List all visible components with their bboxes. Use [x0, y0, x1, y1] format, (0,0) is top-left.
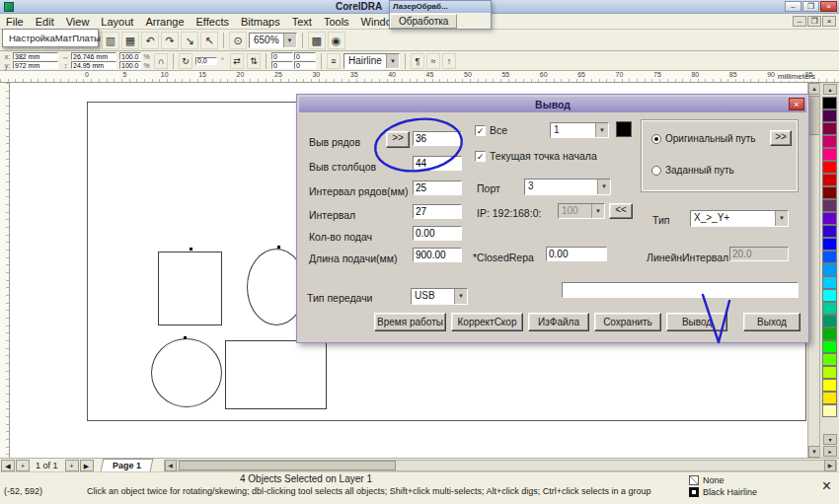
object-width-field[interactable] [71, 52, 116, 60]
copy-icon[interactable]: ▥ [102, 32, 119, 49]
position-y-field[interactable] [13, 61, 58, 69]
close-icon[interactable]: × [789, 98, 804, 110]
color-swatch[interactable] [822, 135, 837, 148]
all-count-select[interactable]: 1 ▼ [550, 122, 609, 138]
object-node[interactable] [184, 336, 187, 339]
position-x-field[interactable] [13, 52, 58, 60]
add-page-button[interactable]: + [16, 460, 30, 471]
rectangle-object[interactable] [225, 340, 327, 409]
color-swatch[interactable] [822, 199, 837, 212]
doc-minimize-button[interactable]: – [793, 16, 806, 27]
object-node[interactable] [277, 246, 280, 249]
scroll-left-icon[interactable]: ◀ [165, 460, 177, 471]
mirror-horizontal-icon[interactable]: ⇄ [230, 53, 244, 69]
interval-field[interactable] [413, 204, 462, 219]
rows-expand-button[interactable]: >> [386, 131, 410, 148]
export-icon[interactable]: ↖ [200, 32, 218, 49]
color-swatch[interactable] [822, 109, 837, 122]
correct-speed-button[interactable]: КорректСкор [451, 313, 523, 331]
ellipse-object[interactable] [151, 338, 222, 407]
color-swatch[interactable] [822, 340, 837, 353]
ruler-vertical[interactable] [0, 83, 10, 458]
horizontal-scroll-thumb[interactable] [179, 461, 396, 470]
corner-value-field[interactable] [294, 61, 316, 69]
chevron-down-icon[interactable]: ▼ [591, 204, 604, 218]
wrap-paragraph-text-icon[interactable]: ¶ [411, 53, 424, 69]
undo-icon[interactable]: ↶ [141, 32, 159, 49]
color-swatch[interactable] [822, 212, 837, 225]
closed-repa-field[interactable] [546, 247, 607, 261]
menu-item-effects[interactable]: Effects [191, 15, 235, 29]
color-swatch[interactable] [822, 366, 837, 379]
color-swatch[interactable] [822, 302, 837, 315]
feed-length-field[interactable] [413, 248, 462, 262]
palette-expand-icon[interactable]: ▸ [823, 446, 837, 457]
type-select[interactable]: X_>_Y+ ▼ [690, 210, 789, 227]
paste-icon[interactable]: ▦ [121, 32, 139, 49]
work-time-button[interactable]: Время работы [374, 313, 446, 331]
menu-item-layout[interactable]: Layout [95, 15, 139, 29]
color-swatch[interactable] [822, 122, 837, 135]
color-swatch[interactable] [822, 276, 837, 289]
chevron-down-icon[interactable]: ▼ [283, 34, 296, 47]
custom-path-radio[interactable]: Заданный путь [651, 165, 734, 176]
color-swatch[interactable] [822, 174, 837, 186]
doc-restore-button[interactable]: ❐ [807, 16, 821, 27]
row-interval-field[interactable] [413, 180, 462, 195]
color-swatch[interactable] [822, 392, 837, 404]
save-button[interactable]: Сохранить [594, 313, 661, 331]
chevron-down-icon[interactable]: ▼ [454, 289, 467, 304]
menu-item-view[interactable]: View [60, 15, 96, 29]
dialog-title-bar[interactable]: Вывод × [299, 97, 806, 112]
menu-item-bitmaps[interactable]: Bitmaps [235, 15, 286, 29]
color-swatch[interactable] [822, 379, 837, 392]
next-page-button[interactable]: ▶ [80, 460, 94, 471]
color-swatch[interactable] [822, 238, 837, 251]
menu-item-nastroyka[interactable]: НастройкаМатПлаты [3, 30, 98, 46]
output-path-field[interactable] [562, 282, 799, 298]
port-select[interactable]: 3 ▼ [524, 179, 611, 195]
chevron-down-icon[interactable]: ▼ [595, 123, 608, 137]
import-icon[interactable]: ↘ [181, 32, 198, 49]
columns-field[interactable] [413, 156, 462, 171]
zoom-tool-icon[interactable]: ⊙ [229, 32, 247, 49]
palette-scroll-down-icon[interactable]: ▾ [823, 434, 837, 445]
color-swatch[interactable] [822, 263, 837, 276]
add-page-button[interactable]: + [65, 460, 79, 471]
color-swatch[interactable] [822, 186, 837, 199]
menu-item-tools[interactable]: Tools [318, 15, 355, 29]
corel-graphics-icon[interactable]: ◉ [328, 32, 345, 49]
color-swatch[interactable] [822, 148, 837, 161]
corner-value-field[interactable] [271, 61, 293, 69]
linear-interval-field[interactable] [729, 247, 789, 261]
all-checkbox[interactable]: ✓ Все [475, 124, 507, 136]
menu-item-obrabotka[interactable]: Обработка [390, 14, 457, 29]
chevron-down-icon[interactable]: ▼ [386, 54, 399, 68]
rows-field[interactable] [413, 131, 462, 146]
object-height-field[interactable] [71, 61, 116, 69]
ip-collapse-button[interactable]: << [609, 203, 633, 219]
app-launcher-icon[interactable]: ▩ [308, 32, 326, 49]
ruler-horizontal[interactable]: millimeters 0510152025303540455055606570… [0, 71, 839, 83]
scale-y-field[interactable] [119, 61, 141, 69]
outline-width-select[interactable]: Hairline ▼ [343, 53, 400, 69]
plugin-window-title[interactable]: ЛазерОбраб... [390, 1, 491, 13]
menu-item-edit[interactable]: Edit [30, 15, 60, 29]
convert-to-curves-icon[interactable]: ≈ [426, 53, 440, 69]
zoom-level-select[interactable]: 650% ▼ [249, 33, 297, 48]
color-swatch[interactable] [822, 353, 837, 366]
menu-item-text[interactable]: Text [286, 15, 318, 29]
corner-value-field[interactable] [294, 52, 316, 60]
path-expand-button[interactable]: >> [770, 130, 792, 146]
palette-scroll-up-icon[interactable]: ▴ [823, 84, 837, 95]
start-point-checkbox[interactable]: ✓ Текущая точка начала [475, 150, 597, 162]
exit-button[interactable]: Выход [743, 313, 801, 331]
horizontal-scrollbar[interactable]: ◀ ▶ [164, 460, 837, 471]
lock-ratio-icon[interactable]: ∩ [154, 53, 168, 69]
original-path-radio[interactable]: Оригинальный путь [651, 133, 756, 144]
redo-icon[interactable]: ↷ [161, 32, 179, 49]
close-button[interactable]: × [820, 1, 837, 12]
mirror-vertical-icon[interactable]: ⇅ [247, 53, 261, 69]
color-swatch[interactable] [822, 225, 837, 238]
from-file-button[interactable]: ИзФайла [528, 313, 589, 331]
